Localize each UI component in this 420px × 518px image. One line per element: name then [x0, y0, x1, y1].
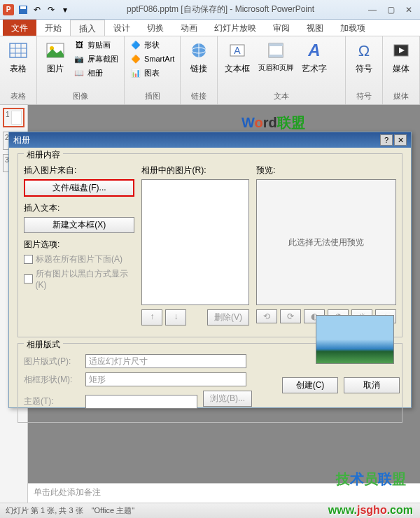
dialog-help-button[interactable]: ? — [380, 134, 393, 146]
redo-icon[interactable]: ↷ — [45, 4, 57, 16]
svg-text:A: A — [308, 41, 321, 59]
watermark-wordlm: Word联盟 — [241, 113, 305, 132]
theme-label: 主题(T): — [24, 396, 80, 407]
tab-animation[interactable]: 动画 — [172, 20, 206, 36]
smartart-icon: 🔶 — [130, 53, 141, 64]
tab-home[interactable]: 开始 — [36, 20, 70, 36]
quick-access-toolbar: ↶ ↷ ▾ — [17, 4, 71, 16]
group-label-media: 媒体 — [386, 91, 416, 103]
group-label-images: 图像 — [40, 91, 121, 103]
textbox-button[interactable]: A 文本框 — [220, 38, 254, 91]
pictures-listbox[interactable] — [141, 179, 249, 305]
tab-slideshow[interactable]: 幻灯片放映 — [206, 20, 265, 36]
tab-view[interactable]: 视图 — [298, 20, 332, 36]
symbols-button[interactable]: Ω 符号 — [349, 38, 379, 91]
tab-transition[interactable]: 切换 — [139, 20, 172, 36]
file-disk-button[interactable]: 文件/磁盘(F)... — [24, 179, 134, 197]
create-button[interactable]: 创建(C) — [282, 377, 338, 393]
clipart-icon: 🖼 — [74, 39, 85, 50]
rotate-right-button[interactable]: ⟳ — [280, 309, 301, 323]
theme-input[interactable] — [85, 395, 197, 409]
picture-label: 图片 — [47, 63, 64, 75]
pic-layout-label: 图片版式(P): — [24, 356, 80, 368]
close-button[interactable]: ✕ — [400, 4, 417, 16]
smartart-button[interactable]: 🔶SmartArt — [127, 52, 177, 66]
svg-rect-16 — [269, 55, 283, 57]
save-icon[interactable] — [17, 4, 29, 16]
slide-indicator: 幻灯片 第 1 张, 共 3 张 — [6, 505, 83, 516]
maximize-button[interactable]: ▢ — [382, 4, 399, 16]
frame-shape-select[interactable]: 矩形 — [85, 372, 246, 386]
headerfooter-icon — [265, 39, 287, 62]
link-icon — [188, 39, 210, 62]
layout-preview-image — [316, 315, 394, 364]
group-label-text: 文本 — [220, 91, 342, 103]
ribbon-group-symbols: Ω 符号 符号 — [346, 36, 383, 104]
layout-fieldset-label: 相册版式 — [24, 339, 63, 351]
ribbon-group-tables: 表格 表格 — [0, 36, 37, 104]
tab-file[interactable]: 文件 — [3, 20, 36, 36]
ribbon-group-links: 链接 链接 — [181, 36, 218, 104]
blackwhite-checkbox-row[interactable]: 所有图片以黑白方式显示(K) — [24, 268, 134, 290]
rotate-left-button[interactable]: ⟲ — [256, 309, 277, 323]
links-button[interactable]: 链接 — [183, 38, 214, 91]
tab-insert[interactable]: 插入 — [70, 20, 105, 36]
content-fieldset: 相册内容 插入图片来自: 文件/磁盘(F)... 插入文本: 新建文本框(X) … — [18, 153, 402, 337]
textbox-label: 文本框 — [225, 63, 250, 75]
theme-indicator: "Office 主题" — [92, 505, 134, 516]
symbols-label: 符号 — [356, 63, 372, 75]
pic-layout-select[interactable]: 适应幻灯片尺寸 — [85, 354, 246, 368]
picture-button[interactable]: 图片 — [40, 38, 71, 91]
caption-checkbox-row[interactable]: 标题在所有图片下面(A) — [24, 253, 134, 265]
options-label: 图片选项: — [24, 239, 134, 251]
minimize-button[interactable]: — — [364, 4, 381, 16]
undo-icon[interactable]: ↶ — [31, 4, 43, 16]
group-label-illustrations: 插图 — [127, 91, 177, 103]
tab-addins[interactable]: 加载项 — [332, 20, 374, 36]
group-label-links: 链接 — [183, 91, 214, 103]
headerfooter-label: 页眉和页脚 — [258, 63, 293, 73]
insert-from-label: 插入图片来自: — [24, 164, 134, 176]
move-down-button[interactable]: ↓ — [165, 309, 186, 326]
ribbon-tabs: 文件 开始 插入 设计 切换 动画 幻灯片放映 审阅 视图 加载项 — [0, 20, 420, 36]
dialog-titlebar: 相册 ? ✕ — [9, 132, 411, 148]
preview-box: 此选择无法使用预览 — [256, 179, 396, 305]
album-button[interactable]: 📖相册 — [71, 66, 121, 80]
browse-button[interactable]: 浏览(B)... — [203, 391, 252, 407]
wordart-icon: A — [303, 39, 326, 62]
wordart-button[interactable]: A 艺术字 — [298, 38, 331, 91]
pics-in-album-label: 相册中的图片(R): — [141, 164, 249, 176]
move-up-button[interactable]: ↑ — [141, 309, 162, 326]
chart-button[interactable]: 📊图表 — [127, 66, 177, 80]
slide-thumb-1[interactable]: 1 — [3, 108, 24, 127]
checkbox-icon — [24, 255, 33, 264]
tables-button[interactable]: 表格 — [3, 38, 34, 91]
tab-review[interactable]: 审阅 — [265, 20, 298, 36]
ribbon-group-text: A 文本框 页眉和页脚 A 艺术字 文本 — [218, 36, 346, 104]
delete-button[interactable]: 删除(V) — [207, 309, 249, 326]
headerfooter-button[interactable]: 页眉和页脚 — [254, 38, 298, 91]
tables-label: 表格 — [10, 63, 27, 75]
new-textbox-button[interactable]: 新建文本框(X) — [24, 217, 134, 233]
media-button[interactable]: 媒体 — [386, 38, 416, 91]
clipart-button[interactable]: 🖼剪贴画 — [71, 38, 121, 52]
dialog-close-button[interactable]: ✕ — [394, 134, 407, 146]
picture-icon — [44, 39, 66, 62]
watermark-jishuyuan: 技术员联盟 — [336, 470, 406, 489]
textbox-icon: A — [226, 39, 248, 62]
media-icon — [390, 39, 412, 62]
preview-label: 预览: — [256, 164, 396, 176]
svg-text:Ω: Ω — [358, 42, 370, 59]
ribbon-group-illustrations: 🔷形状 🔶SmartArt 📊图表 插图 — [125, 36, 181, 104]
shapes-button[interactable]: 🔷形状 — [127, 38, 177, 52]
screenshot-button[interactable]: 📷屏幕截图 — [71, 52, 121, 66]
links-label: 链接 — [190, 63, 207, 75]
cancel-button[interactable]: 取消 — [344, 377, 400, 393]
window-controls: — ▢ ✕ — [364, 4, 417, 16]
watermark-jsgho: www.jsgho.com — [328, 504, 413, 517]
shapes-icon: 🔷 — [130, 39, 141, 50]
tab-design[interactable]: 设计 — [105, 20, 139, 36]
qat-dropdown-icon[interactable]: ▾ — [59, 4, 71, 16]
titlebar: P ↶ ↷ ▾ pptF086.pptm [自动保存的] - Microsoft… — [0, 0, 420, 20]
dialog-footer: 创建(C) 取消 — [282, 377, 400, 399]
